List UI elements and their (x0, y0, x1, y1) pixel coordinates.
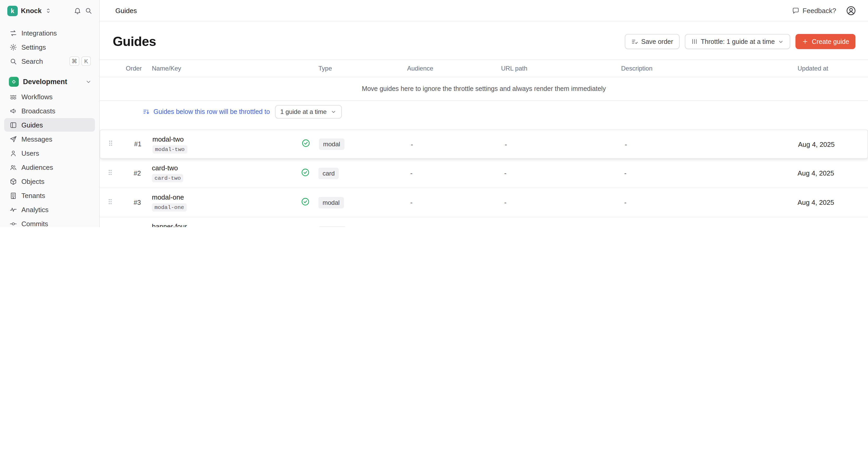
sidebar-env-nav: WorkflowsBroadcastsGuidesMessagesUsersAu… (0, 89, 99, 227)
dropzone-text: Move guides here to ignore the throttle … (362, 85, 606, 92)
notifications-bell-icon[interactable] (73, 7, 82, 15)
workspace-name[interactable]: Knock (21, 7, 41, 15)
guide-type-badge: banner (318, 226, 346, 227)
guide-type-cell: modal (318, 197, 407, 208)
drag-handle-cell (100, 140, 123, 149)
user-avatar-icon[interactable] (845, 5, 857, 16)
sidebar-header: k Knock (0, 0, 99, 22)
guide-key: modal-two (152, 145, 187, 153)
drag-handle-icon[interactable] (106, 169, 114, 176)
sidebar-item-audiences[interactable]: Audiences (4, 161, 95, 174)
guide-name[interactable]: banner-four (152, 223, 301, 227)
kbd-cmd: ⌘ (69, 56, 79, 66)
guide-name-key-cell: modal-onemodal-one (152, 193, 301, 211)
create-guide-button[interactable]: Create guide (796, 34, 856, 49)
sidebar-item-guides[interactable]: Guides (4, 118, 95, 132)
save-order-button[interactable]: Save order (624, 34, 679, 49)
sidebar-item-workflows[interactable]: Workflows (4, 90, 95, 104)
guide-description: - (622, 140, 798, 148)
sidebar-item-analytics[interactable]: Analytics (4, 203, 95, 216)
workflows-icon (9, 93, 17, 101)
guide-name-key-cell: modal-twomodal-two (152, 135, 301, 153)
throttle-count-dropdown[interactable]: 1 guide at a time (275, 105, 342, 119)
guide-description: - (621, 199, 798, 206)
settings-icon (9, 43, 17, 51)
users-icon (9, 149, 17, 157)
keyboard-shortcut: ⌘K (69, 56, 91, 66)
table-row[interactable]: #1modal-twomodal-twomodal---Aug 4, 2025 (100, 130, 868, 159)
guide-url-path: - (502, 140, 622, 148)
status-active-check-icon (301, 138, 311, 148)
guide-type-cell: banner (318, 226, 407, 227)
sidebar-item-objects[interactable]: Objects (4, 174, 95, 188)
objects-icon (9, 177, 17, 185)
guide-updated-at: Aug 4, 2025 (798, 140, 867, 148)
sidebar-item-commits[interactable]: Commits (4, 217, 95, 227)
page-content: Guides Save order Throttle: 1 guide at a… (100, 22, 868, 227)
guide-name[interactable]: card-two (152, 164, 301, 172)
plus-icon (802, 38, 809, 45)
sidebar-item-settings[interactable]: Settings (4, 40, 95, 54)
guide-description: - (621, 169, 798, 177)
search-icon[interactable] (85, 7, 92, 15)
kbd-k: K (82, 56, 91, 66)
guide-updated-at: Aug 4, 2025 (798, 169, 868, 177)
tenants-icon (9, 192, 17, 199)
environment-switcher[interactable]: Development (0, 74, 99, 89)
drag-handle-icon[interactable] (106, 198, 114, 205)
workspace-switcher-icon[interactable] (44, 7, 52, 14)
guide-key: card-two (152, 174, 183, 182)
breadcrumb[interactable]: Guides (115, 6, 137, 15)
drag-handle-cell (100, 198, 123, 207)
column-header-description: Description (621, 65, 798, 72)
chevron-down-icon (778, 38, 784, 45)
app-window: k Knock IntegrationsSettingsSearch⌘K Dev… (0, 0, 868, 227)
sidebar-item-users[interactable]: Users (4, 146, 95, 160)
guide-audience: - (407, 169, 501, 177)
sidebar-item-broadcasts[interactable]: Broadcasts (4, 104, 95, 118)
throttle-divider-text: Guides below this row will be throttled … (153, 108, 270, 115)
search-icon (9, 57, 17, 65)
column-header-audience: Audience (407, 65, 501, 72)
messages-icon (9, 135, 17, 143)
sidebar-item-integrations[interactable]: Integrations (4, 26, 95, 40)
feedback-button[interactable]: Feedback? (792, 6, 836, 15)
table-row[interactable]: #4banner-fourbanner-fourbanner---Aug 4, … (100, 217, 868, 227)
guide-audience: - (408, 140, 502, 148)
table-row[interactable]: #3modal-onemodal-onemodal---Aug 4, 2025 (100, 188, 868, 217)
integrations-icon (9, 29, 17, 37)
table-header: Order Name/Key Type Audience URL path De… (100, 60, 868, 77)
knock-logo-letter: k (11, 7, 14, 15)
guide-status-cell (301, 226, 318, 227)
status-active-check-icon (301, 167, 310, 177)
sidebar-item-tenants[interactable]: Tenants (4, 189, 95, 202)
guide-order: #2 (123, 170, 152, 177)
immediate-dropzone-row[interactable]: Move guides here to ignore the throttle … (100, 77, 868, 101)
knock-logo: k (7, 5, 18, 16)
sidebar: k Knock IntegrationsSettingsSearch⌘K Dev… (0, 0, 100, 227)
guide-type-cell: card (318, 167, 407, 179)
chat-bubble-icon (792, 6, 799, 15)
throttle-divider-link[interactable]: Guides below this row will be throttled … (143, 108, 270, 115)
throttle-label: Throttle: 1 guide at a time (701, 38, 775, 45)
guide-url-path: - (501, 199, 621, 206)
throttle-bars-icon (691, 38, 698, 45)
sidebar-top-nav: IntegrationsSettingsSearch⌘K (0, 22, 99, 68)
guide-audience: - (407, 199, 501, 206)
save-order-label: Save order (641, 38, 673, 45)
sidebar-item-search[interactable]: Search⌘K (4, 54, 95, 68)
topbar-right: Feedback? (792, 5, 857, 16)
guide-type-badge: modal (318, 197, 344, 208)
throttle-dropdown-button[interactable]: Throttle: 1 guide at a time (685, 34, 790, 49)
audiences-icon (9, 163, 17, 171)
guide-status-cell (301, 138, 319, 150)
guide-name[interactable]: modal-one (152, 193, 301, 201)
create-guide-label: Create guide (812, 38, 849, 45)
sidebar-item-messages[interactable]: Messages (4, 132, 95, 146)
table-row[interactable]: #2card-twocard-twocard---Aug 4, 2025 (100, 159, 868, 188)
guide-updated-at: Aug 4, 2025 (798, 199, 868, 206)
guide-order: #3 (123, 199, 152, 206)
guide-key: modal-one (152, 203, 187, 211)
guide-name[interactable]: modal-two (152, 135, 301, 143)
drag-handle-icon[interactable] (107, 140, 114, 147)
